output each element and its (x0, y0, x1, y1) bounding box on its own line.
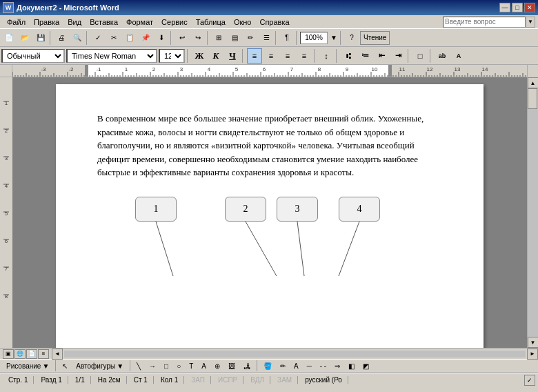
show-hide-button[interactable]: ¶ (279, 30, 295, 46)
font-select[interactable]: Times New Roman (67, 49, 157, 63)
menu-edit[interactable]: Правка (30, 17, 63, 27)
maximize-button[interactable]: □ (512, 3, 523, 12)
decrease-indent-button[interactable]: ⇤ (374, 48, 389, 63)
select-objects-button[interactable]: ↖ (59, 360, 71, 372)
shadow-button[interactable]: ◧ (345, 360, 358, 372)
reading-view-button[interactable]: Чтение (360, 31, 390, 45)
arrow-style-button[interactable]: ⇒ (331, 360, 343, 372)
clipart-button[interactable]: 🖼 (225, 360, 239, 372)
zoom-arrow[interactable]: ▼ (329, 30, 339, 46)
status-page: Стр. 1 (3, 376, 34, 384)
textbox-tool-button[interactable]: T (186, 360, 197, 372)
print-button[interactable]: 🖨 (54, 30, 69, 46)
paste-button[interactable]: 📌 (138, 30, 153, 46)
rectangle-tool-button[interactable]: □ (161, 360, 172, 372)
menu-format[interactable]: Формат (122, 17, 157, 27)
vertical-scrollbar[interactable]: ▲ ▼ (527, 77, 538, 348)
cut-button[interactable]: ✂ (106, 30, 121, 46)
line-spacing-button[interactable]: ↕ (319, 48, 334, 63)
border-button[interactable]: □ (412, 48, 428, 63)
document-text: В современном мире все большее значение … (97, 112, 442, 179)
drawing-menu-button[interactable]: Рисование▼ (3, 360, 52, 372)
outline-view-button[interactable]: ≡ (38, 349, 49, 359)
ruler-canvas (12, 65, 527, 77)
increase-indent-button[interactable]: ⇥ (390, 48, 406, 63)
open-button[interactable]: 📂 (17, 30, 32, 46)
justify-button[interactable]: ≡ (297, 48, 312, 63)
font-size-select[interactable]: 12 (159, 49, 184, 63)
normal-view-button[interactable]: ▣ (3, 349, 14, 359)
menu-table[interactable]: Таблица (192, 17, 230, 27)
scroll-up-arrow[interactable]: ▲ (528, 77, 539, 88)
line-color-button[interactable]: ✏ (277, 360, 289, 372)
main-toolbar: 📄 📂 💾 🖨 🔍 ✓ ✂ 📋 📌 ⬇ ↩ ↪ ⊞ ▤ ✏ ☰ ¶ ▼ ? Чт… (0, 29, 538, 47)
menu-view[interactable]: Вид (63, 17, 86, 27)
menu-help[interactable]: Справка (255, 17, 293, 27)
font-color-button[interactable]: A (451, 48, 466, 63)
drawing-button[interactable]: ✏ (243, 30, 258, 46)
copy-button[interactable]: 📋 (122, 30, 137, 46)
menu-tools[interactable]: Сервис (157, 17, 192, 27)
scroll-track-v[interactable] (528, 88, 538, 337)
scroll-down-arrow[interactable]: ▼ (528, 337, 539, 348)
line-tool-button[interactable]: ╲ (133, 360, 144, 372)
redo-button[interactable]: ↪ (190, 30, 206, 46)
web-view-button[interactable]: 🌐 (14, 349, 26, 359)
fill-color-button[interactable]: 🪣 (260, 360, 275, 372)
status-track: ИСПР (212, 376, 243, 384)
columns-button[interactable]: ▤ (227, 30, 242, 46)
line-style-button[interactable]: ─ (303, 360, 315, 372)
status-spellcheck-icon[interactable]: ✓ (524, 375, 535, 386)
font-color-draw-button[interactable]: A (290, 360, 302, 372)
save-button[interactable]: 💾 (33, 30, 48, 46)
underline-button[interactable]: Ч (225, 48, 240, 63)
zoom-input[interactable] (300, 32, 328, 44)
status-section: Разд 1 (35, 376, 68, 384)
3d-button[interactable]: ◩ (359, 360, 372, 372)
align-center-button[interactable]: ≡ (263, 48, 279, 63)
zoom-control[interactable]: ▼ (300, 30, 339, 46)
wordart-button[interactable]: A (198, 360, 210, 372)
table-button[interactable]: ⊞ (211, 30, 226, 46)
menu-window[interactable]: Окно (230, 17, 256, 27)
highlight-button[interactable]: ab (435, 48, 450, 63)
window-title: Документ2 - Microsoft Word (17, 3, 119, 12)
spellcheck-button[interactable]: ✓ (90, 30, 106, 46)
oval-tool-button[interactable]: ○ (173, 360, 184, 372)
drawing-toolbar: Рисование▼ ↖ Автофигуры▼ ╲ → □ ○ T A ⊕ 🖼… (0, 359, 538, 373)
document-area[interactable]: В современном мире все большее значение … (12, 77, 527, 348)
bullet-list-button[interactable]: ≔ (357, 48, 372, 63)
print-preview-button[interactable]: 🔍 (70, 30, 85, 46)
arrow-tool-button[interactable]: → (146, 360, 159, 372)
print-view-button[interactable]: 📄 (26, 349, 37, 359)
numbered-list-button[interactable]: ⑆ (341, 48, 356, 63)
help-button[interactable]: ? (344, 30, 359, 46)
autoshapes-button[interactable]: Автофигуры▼ (72, 360, 127, 372)
drawing-label: Рисование (6, 362, 41, 370)
help-search-input[interactable] (443, 17, 526, 28)
undo-button[interactable]: ↩ (175, 30, 190, 46)
scroll-track-h[interactable] (64, 351, 526, 357)
close-button[interactable]: ✕ (524, 3, 535, 12)
document-map-button[interactable]: ☰ (259, 30, 274, 46)
dash-style-button[interactable]: - - (317, 360, 330, 372)
scroll-thumb-v[interactable] (528, 88, 537, 109)
menu-file[interactable]: Файл (3, 17, 30, 27)
align-left-button[interactable]: ≡ (247, 48, 262, 63)
scroll-right-arrow[interactable]: ► (527, 349, 538, 360)
bold-button[interactable]: Ж (192, 48, 207, 63)
help-search-arrow[interactable]: ▼ (526, 17, 535, 28)
picture-button[interactable]: 🏞 (240, 360, 254, 372)
menu-insert[interactable]: Вставка (86, 17, 122, 27)
italic-button[interactable]: К (208, 48, 223, 63)
align-right-button[interactable]: ≡ (280, 48, 295, 63)
minimize-button[interactable]: — (499, 3, 510, 12)
new-button[interactable]: 📄 (1, 30, 17, 46)
view-buttons[interactable]: ▣ 🌐 📄 ≡ (3, 349, 49, 359)
style-select[interactable]: Обычный (2, 49, 64, 63)
diagram-button[interactable]: ⊕ (211, 360, 223, 372)
paste-special-button[interactable]: ⬇ (154, 30, 169, 46)
help-search[interactable]: ▼ (443, 17, 535, 28)
window-controls[interactable]: — □ ✕ (499, 3, 535, 12)
scroll-left-arrow[interactable]: ◄ (52, 349, 63, 360)
